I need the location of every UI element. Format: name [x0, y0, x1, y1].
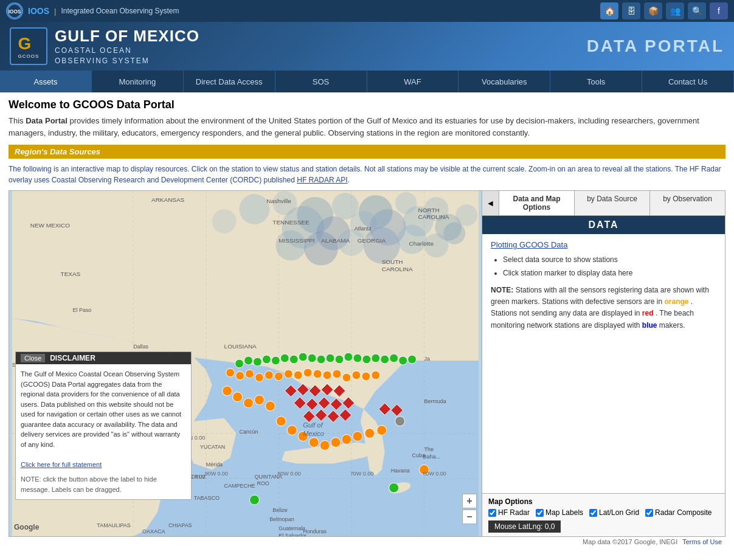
nav-assets[interactable]: Assets [0, 71, 92, 92]
map-labels-checkbox[interactable] [536, 509, 544, 517]
map-options-area: Map Options HF Radar Map Labels Lat/Lon … [482, 493, 725, 536]
tab-data-map-options[interactable]: Data and Map Options [499, 191, 575, 215]
region-banner: Region's Data Sources [9, 145, 725, 159]
gcoos-branding: G GCOOS GULF OF MEXICO COASTAL OCEAN OBS… [10, 27, 199, 66]
tab-by-data-source[interactable]: by Data Source [575, 191, 650, 215]
map-options-title: Map Options [488, 497, 719, 506]
bottom-attribution-bar: Map data ©2017 Google, INEGI Terms of Us… [9, 537, 725, 547]
svg-point-82 [265, 401, 275, 411]
search-icon[interactable]: 🔍 [688, 2, 706, 19]
svg-text:Honduras: Honduras [303, 528, 327, 534]
svg-text:Guatemala: Guatemala [279, 525, 305, 531]
radar-composite-checkbox[interactable] [645, 509, 653, 517]
tab-by-observation[interactable]: by Observation [650, 191, 725, 215]
latlon-grid-checkbox[interactable] [589, 509, 597, 517]
users-icon[interactable]: 👥 [666, 2, 684, 19]
svg-text:The: The [424, 446, 433, 452]
svg-text:Mérida: Mérida [206, 461, 223, 468]
database-icon[interactable]: 🗄 [622, 2, 640, 19]
svg-text:Cuba: Cuba [412, 452, 425, 458]
svg-point-49 [255, 373, 263, 382]
radar-composite-option[interactable]: Radar Composite [645, 508, 711, 517]
data-instructions-list: Select data source to show stations Clic… [503, 254, 716, 278]
map-labels-option[interactable]: Map Labels [536, 508, 583, 517]
nav-waf[interactable]: WAF [367, 71, 459, 92]
svg-point-52 [284, 370, 293, 378]
svg-text:GEORGIA: GEORGIA [358, 237, 386, 244]
map-panel-container: Nashville ARKANSAS NORTH CAROLINA TENNES… [9, 190, 725, 537]
svg-point-59 [352, 371, 361, 379]
main-content: Welcome to GCOOS Data Portal This Data P… [0, 92, 734, 553]
nav-direct-data-access[interactable]: Direct Data Access [184, 71, 275, 92]
svg-point-96 [395, 417, 405, 426]
svg-text:CAROLINA: CAROLINA [418, 213, 449, 220]
dropbox-icon[interactable]: 📦 [644, 2, 662, 19]
home-icon[interactable]: 🏠 [600, 2, 618, 19]
svg-text:NEW MEXICO: NEW MEXICO [30, 222, 71, 229]
disclaimer-close-button[interactable]: Close [21, 354, 45, 362]
zoom-in-button[interactable]: + [462, 494, 477, 508]
svg-text:Belize: Belize [272, 507, 287, 513]
map-area[interactable]: Nashville ARKANSAS NORTH CAROLINA TENNES… [9, 190, 482, 537]
red-text: red [642, 309, 654, 317]
svg-text:70W 0.00: 70W 0.00 [350, 471, 373, 477]
terms-of-use-link[interactable]: Terms of Use [682, 538, 722, 545]
ioos-tagline: Integrated Ocean Observing System [61, 7, 179, 15]
svg-point-94 [389, 483, 399, 493]
svg-point-32 [289, 355, 298, 364]
svg-text:Charlotte: Charlotte [409, 240, 434, 247]
map-info-text: The following is an interactive map to d… [9, 164, 725, 185]
hf-radar-option[interactable]: HF Radar [488, 508, 530, 517]
svg-point-81 [254, 395, 264, 405]
plotting-gcoos-link[interactable]: Plotting GCOOS Data [491, 240, 567, 249]
disclaimer-full-link[interactable]: Click here for full statement [21, 461, 102, 468]
map-labels-label: Map Labels [545, 508, 583, 517]
station-note: NOTE: Stations with all the sensors regi… [491, 285, 716, 331]
nav-vocabularies[interactable]: Vocabularies [459, 71, 550, 92]
svg-point-19 [275, 230, 306, 261]
ioos-logo: IOOS [6, 2, 23, 19]
svg-text:LOUISIANA: LOUISIANA [224, 343, 257, 350]
data-content-area: Plotting GCOOS Data Select data source t… [482, 234, 725, 493]
facebook-icon[interactable]: f [710, 2, 728, 19]
svg-point-60 [362, 372, 370, 381]
latlon-grid-option[interactable]: Lat/Lon Grid [589, 508, 639, 517]
svg-point-90 [353, 432, 362, 441]
svg-text:CAROLINA: CAROLINA [382, 266, 413, 272]
map-copyright: Map data ©2017 Google, INEGI [583, 538, 677, 545]
svg-text:YUCATAN: YUCATAN [200, 444, 225, 450]
zoom-out-button[interactable]: − [462, 510, 477, 524]
svg-text:TABASCO: TABASCO [194, 495, 220, 501]
svg-text:Atlanta: Atlanta [355, 226, 372, 232]
svg-point-45 [408, 355, 417, 364]
welcome-title: Welcome to GCOOS Data Portal [9, 99, 725, 111]
svg-point-41 [372, 354, 380, 362]
svg-point-83 [276, 417, 286, 426]
hf-radar-checkbox[interactable] [488, 509, 496, 517]
blue-text: blue [642, 321, 657, 330]
hf-radar-api-link[interactable]: HF RADAR API [297, 176, 347, 184]
svg-point-93 [249, 495, 259, 505]
svg-point-40 [362, 355, 371, 364]
svg-text:Havana: Havana [391, 468, 410, 474]
nav-tools[interactable]: Tools [550, 71, 642, 92]
svg-point-87 [320, 441, 330, 451]
nav-contact-us[interactable]: Contact Us [642, 71, 734, 92]
nav-sos[interactable]: SOS [275, 71, 367, 92]
disclaimer-box: Close DISCLAIMER The Gulf of Mexico Coas… [15, 351, 192, 500]
instruction-item-2: Click station marker to display data her… [503, 268, 716, 278]
ioos-topbar: IOOS IOOS | Integrated Ocean Observing S… [0, 0, 734, 22]
svg-point-48 [246, 370, 254, 378]
panel-collapse-arrow[interactable]: ◄ [482, 191, 499, 215]
nav-monitoring[interactable]: Monitoring [92, 71, 184, 92]
svg-point-44 [399, 356, 407, 365]
instruction-item-1: Select data source to show stations [503, 254, 716, 265]
svg-point-34 [308, 354, 316, 362]
svg-point-89 [342, 435, 351, 444]
svg-text:IOOS: IOOS [9, 9, 21, 15]
zoom-controls: + − [462, 494, 477, 524]
svg-point-31 [280, 354, 289, 362]
svg-text:90W 0.00: 90W 0.00 [205, 471, 228, 477]
svg-point-13 [212, 209, 237, 233]
svg-text:CHIAPAS: CHIAPAS [168, 522, 192, 528]
